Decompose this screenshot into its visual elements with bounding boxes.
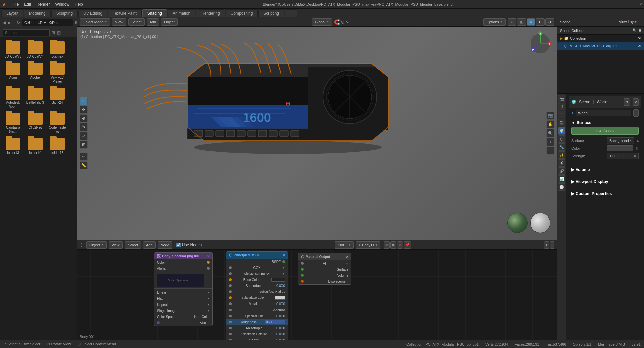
- tab-layout[interactable]: Layout: [1, 9, 23, 17]
- node-node-btn[interactable]: Node: [158, 241, 172, 249]
- custom-props-expand-icon[interactable]: ▶: [571, 191, 574, 196]
- use-nodes-checkbox[interactable]: [176, 243, 181, 247]
- color-picker-icon[interactable]: ⚙: [636, 147, 639, 150]
- tab-modeling[interactable]: Modeling: [24, 9, 51, 17]
- select-tool-btn[interactable]: ↖: [80, 97, 88, 105]
- file-item-3dsmax[interactable]: 3dsmax: [47, 40, 68, 60]
- prop-tab-view-layer[interactable]: ⊞: [558, 111, 565, 118]
- transform-tool-btn[interactable]: ⊞: [80, 141, 88, 149]
- prop-tab-physics[interactable]: ⚡: [558, 159, 565, 167]
- shading-rendered-btn[interactable]: ◑: [545, 18, 554, 26]
- add-btn[interactable]: Add: [147, 18, 159, 26]
- node-view-btn[interactable]: View: [109, 241, 123, 249]
- outliner-object[interactable]: ⬡ PC_ATX_Modular_PSU_obj.001 👁: [557, 42, 644, 50]
- shading-solid-btn[interactable]: ●: [527, 18, 535, 26]
- volume-expand-icon[interactable]: ▶: [571, 167, 574, 172]
- roughness-value[interactable]: 0.718: [265, 320, 285, 324]
- texture-node-close[interactable]: ✕: [207, 254, 210, 258]
- file-item-3dcoatv3[interactable]: 3D-CoatV3: [3, 40, 23, 60]
- cursor-tool-btn[interactable]: ✛: [80, 106, 88, 114]
- texture-alpha-socket[interactable]: [207, 267, 210, 270]
- prop-tab-world[interactable]: 🌍: [558, 127, 565, 135]
- strength-field[interactable]: 1.000 ⚙: [607, 153, 639, 159]
- slot-dropdown[interactable]: Slot 1 ▼: [335, 241, 354, 249]
- file-item-battlefield3[interactable]: Battlefield 3: [25, 86, 46, 110]
- file-item-adobe[interactable]: Adobe: [25, 61, 46, 85]
- file-item-bitrix24[interactable]: Bitrix24: [47, 86, 68, 110]
- node-zoom-in-btn[interactable]: +: [544, 241, 549, 249]
- pan-btn[interactable]: ✋: [546, 120, 554, 128]
- surface-type-dropdown[interactable]: Background ▼: [607, 137, 634, 144]
- outliner-search[interactable]: 🔍: [632, 28, 637, 33]
- menu-render[interactable]: Render: [34, 1, 52, 7]
- prop-tab-constraints[interactable]: 🔗: [558, 167, 565, 175]
- world-settings-btn[interactable]: ⚙: [624, 98, 630, 106]
- tab-texture-paint[interactable]: Texture Paint: [108, 9, 142, 17]
- sidebar-back-btn[interactable]: ◀: [3, 20, 6, 25]
- overlay-btn[interactable]: ⊙: [508, 18, 516, 26]
- material-name-btn[interactable]: ● Body.001: [356, 241, 380, 249]
- sidebar-list-view-btn[interactable]: ⊞: [52, 30, 55, 35]
- menu-window[interactable]: Window: [52, 1, 72, 7]
- tab-shading[interactable]: Shading: [142, 9, 167, 17]
- global-space-dropdown[interactable]: Global ▼: [312, 18, 332, 26]
- tab-compositing[interactable]: Compositing: [226, 9, 258, 17]
- prop-tab-particles[interactable]: ✨: [558, 151, 565, 159]
- scale-tool-btn[interactable]: ⤢: [80, 132, 88, 140]
- surface-expand-icon[interactable]: ▼: [571, 120, 575, 125]
- object-btn[interactable]: Object: [161, 18, 178, 26]
- file-item-folder13[interactable]: folder13: [3, 137, 23, 156]
- falloff-icon[interactable]: ∿: [346, 20, 349, 24]
- menu-edit[interactable]: Edit: [21, 1, 34, 7]
- output-node-close[interactable]: ✕: [346, 255, 348, 259]
- collection-visibility-icon[interactable]: 👁: [638, 36, 641, 40]
- file-item-autodesk[interactable]: Autodesk App...: [3, 86, 23, 110]
- world-name-field[interactable]: World: [576, 110, 631, 116]
- file-item-any-flv-player[interactable]: Any FLV Player: [47, 61, 68, 85]
- prop-tab-data[interactable]: 📊: [558, 175, 565, 183]
- browse-material-btn[interactable]: ⊞: [384, 241, 390, 249]
- tab-scripting[interactable]: Scripting: [258, 9, 284, 17]
- sidebar-search-input[interactable]: [3, 29, 50, 36]
- camera-view-btn[interactable]: 📷: [546, 112, 554, 120]
- tab-animation[interactable]: Animation: [168, 9, 195, 17]
- pin-material-btn[interactable]: 📌: [404, 241, 411, 249]
- node-select-btn[interactable]: Select: [125, 241, 141, 249]
- file-item-3dcoatv4[interactable]: 3D-CoatV4: [25, 40, 46, 60]
- use-nodes-button[interactable]: Use Nodes: [571, 127, 639, 135]
- annotate-btn[interactable]: ✏: [80, 153, 88, 161]
- move-tool-btn[interactable]: ⊕: [80, 114, 88, 122]
- color-swatch[interactable]: [607, 145, 633, 151]
- tab-sculpting[interactable]: Sculpting: [51, 9, 78, 17]
- prop-tab-scene[interactable]: 🎬: [558, 119, 565, 126]
- object-visibility-icon[interactable]: 👁: [638, 44, 641, 48]
- zoom-btn[interactable]: 🔍: [546, 129, 554, 137]
- node-output[interactable]: ⬡ Material Output ✕ All ▼ Surface: [298, 253, 351, 285]
- file-item-clip2net[interactable]: Clip2Net: [25, 111, 46, 135]
- file-item-camtasia[interactable]: Camtasia Stu...: [3, 111, 23, 135]
- file-item-adim[interactable]: Adim: [3, 61, 23, 85]
- sidebar-path-input[interactable]: [22, 19, 73, 26]
- view-btn[interactable]: View: [112, 18, 126, 26]
- view-layer-settings[interactable]: ⊞: [638, 20, 641, 24]
- tab-rendering[interactable]: Rendering: [196, 9, 225, 17]
- node-texture[interactable]: 🖼 Body_Specular.png.001 ✕ Color Alpha: [154, 252, 213, 326]
- node-canvas[interactable]: 🖼 Body_Specular.png.001 ✕ Color Alpha: [77, 250, 557, 340]
- world-new-btn[interactable]: +: [633, 109, 639, 117]
- bsdf-output-socket[interactable]: [282, 260, 285, 263]
- rotate-tool-btn[interactable]: ↻: [80, 123, 88, 131]
- viewport-display-expand-icon[interactable]: ▶: [571, 179, 574, 184]
- file-item-codemasters[interactable]: Codemasters: [47, 111, 68, 135]
- node-bsdf[interactable]: ⬡ Principled BSDF ✕ BSDF GGX ▼: [226, 251, 288, 340]
- measure-btn[interactable]: 📏: [80, 161, 88, 169]
- node-add-btn[interactable]: Add: [143, 241, 156, 249]
- menu-help[interactable]: Help: [72, 1, 86, 7]
- proportional-icon[interactable]: ⊙: [341, 19, 345, 25]
- zoom-in-btn[interactable]: +: [546, 138, 554, 146]
- outliner-collection[interactable]: ▶ 📁 Collection 👁: [557, 35, 644, 42]
- sidebar-grid-view-btn[interactable]: ▤: [57, 30, 61, 35]
- file-item-folder14[interactable]: folder14: [25, 137, 46, 156]
- 3d-viewport[interactable]: User Perspective (1) Collection | PC_ATX…: [77, 27, 557, 240]
- bsdf-node-close[interactable]: ✕: [282, 253, 285, 257]
- prop-tab-output[interactable]: 🖨: [558, 103, 565, 110]
